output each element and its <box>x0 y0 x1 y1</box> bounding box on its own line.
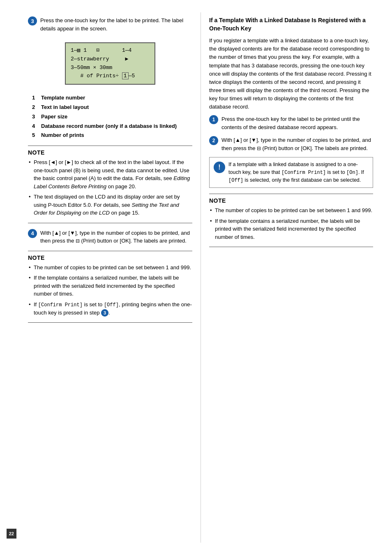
label-1-num: 1 <box>32 94 39 102</box>
lcd-row1-icon: ▤ <box>77 47 81 53</box>
right-step-2-text: With [▲] or [▼], type in the number of c… <box>221 136 373 152</box>
step-4-row: 4 With [▲] or [▼], type in the number of… <box>28 229 192 245</box>
lcd-screen: 1—▤ 1 ⊡ 1—4 2—strawberry ▶ 3—50mm × 30mm… <box>65 42 155 85</box>
left-column: 3 Press the one-touch key for the label … <box>20 12 201 543</box>
right-step-2-row: 2 With [▲] or [▼], type in the number of… <box>209 136 373 152</box>
label-2-text: Text in label layout <box>41 103 89 112</box>
page-number: 22 <box>7 529 16 539</box>
label-2-num: 2 <box>32 103 39 112</box>
note-box-right: NOTE The number of copies to be printed … <box>209 194 373 247</box>
step-4-text: With [▲] or [▼], type in the number of c… <box>40 229 192 245</box>
label-item-3: 3 Paper size <box>32 113 192 121</box>
note-box-1: NOTE Press [◄] or [►] to check all of th… <box>28 146 192 223</box>
note-right-title: NOTE <box>209 197 373 204</box>
warning-box: ! If a template with a linked database i… <box>209 157 373 188</box>
right-step-1-circle: 1 <box>209 115 218 124</box>
lcd-row1-num: 1—▤ 1 ⊡ 1—4 <box>71 46 131 55</box>
label-item-2: 2 Text in label layout <box>32 103 192 112</box>
note-right-item-1: The number of copies to be printed can b… <box>209 206 373 215</box>
lcd-row-1: 1—▤ 1 ⊡ 1—4 <box>71 46 150 55</box>
step-3-row: 3 Press the one-touch key for the label … <box>28 16 192 32</box>
label-item-5: 5 Number of prints <box>32 131 192 140</box>
page-container: 22 3 Press the one-touch key for the lab… <box>0 0 392 555</box>
right-column: If a Template With a Linked Database Is … <box>201 12 381 543</box>
right-step-2-circle: 2 <box>209 136 218 145</box>
note-right-item-2: If the template contains a serialized nu… <box>209 217 373 241</box>
label-item-4: 4 Database record number (only if a data… <box>32 122 192 131</box>
body-text: If you register a template with a linked… <box>209 37 373 111</box>
columns: 3 Press the one-touch key for the label … <box>20 12 392 543</box>
step-3-text: Press the one-touch key for the label to… <box>40 16 192 32</box>
right-step-1-row: 1 Press the one-touch key for the label … <box>209 115 373 131</box>
lcd-row1-icon2: ⊡ <box>96 47 99 53</box>
note-2-item-3: If [Confirm Print] is set to [Off], prin… <box>28 301 192 317</box>
note-1-item-2: The text displayed on the LCD and its di… <box>28 193 192 217</box>
step-ref-circle: 3 <box>101 309 108 317</box>
lcd-row4-val: 1 <box>122 72 129 79</box>
label-list: 1 Template number 2 Text in label layout… <box>32 94 192 140</box>
note-2-list: The number of copies to be printed can b… <box>28 264 192 317</box>
print-icon-right: ⊟ <box>257 146 261 151</box>
print-icon-left: ⊟ <box>76 238 80 244</box>
note-right-list: The number of copies to be printed can b… <box>209 206 373 241</box>
lcd-row-4: # of Prints÷ 1—5 <box>71 72 150 81</box>
step-4-circle: 4 <box>28 229 37 238</box>
lcd-row-3: 3—50mm × 30mm <box>71 64 150 72</box>
label-5-num: 5 <box>32 131 39 140</box>
step-3-circle: 3 <box>28 16 37 25</box>
note-2-item-2: If the template contains a serialized nu… <box>28 274 192 298</box>
label-3-num: 3 <box>32 113 39 121</box>
label-5-text: Number of prints <box>41 131 84 140</box>
lcd-screen-container: 1—▤ 1 ⊡ 1—4 2—strawberry ▶ 3—50mm × 30mm… <box>28 37 192 90</box>
note-2-item-1: The number of copies to be printed can b… <box>28 264 192 272</box>
label-item-1: 1 Template number <box>32 94 192 102</box>
right-step-1-text: Press the one-touch key for the label to… <box>221 115 373 131</box>
lcd-row3-content: 3—50mm × 30mm <box>71 64 112 72</box>
note-2-title: NOTE <box>28 254 192 261</box>
left-sidebar: 22 <box>0 12 20 543</box>
label-3-text: Paper size <box>41 113 67 121</box>
note-1-item-1: Press [◄] or [►] to check all of the tex… <box>28 158 192 190</box>
section-header: If a Template With a Linked Database Is … <box>209 16 373 32</box>
note-box-2: NOTE The number of copies to be printed … <box>28 251 192 323</box>
lcd-row2-content: 2—strawberry ▶ <box>71 55 128 64</box>
warning-text: If a template with a linked database is … <box>228 161 369 184</box>
note-1-title: NOTE <box>28 149 192 156</box>
label-4-num: 4 <box>32 122 39 131</box>
label-1-text: Template number <box>41 94 85 102</box>
lcd-row-2: 2—strawberry ▶ <box>71 55 150 64</box>
lcd-row4-content: # of Prints÷ 1—5 <box>71 72 135 81</box>
warning-icon: ! <box>214 162 225 173</box>
label-4-text: Database record number (only if a databa… <box>41 122 177 131</box>
note-1-list: Press [◄] or [►] to check all of the tex… <box>28 158 192 217</box>
